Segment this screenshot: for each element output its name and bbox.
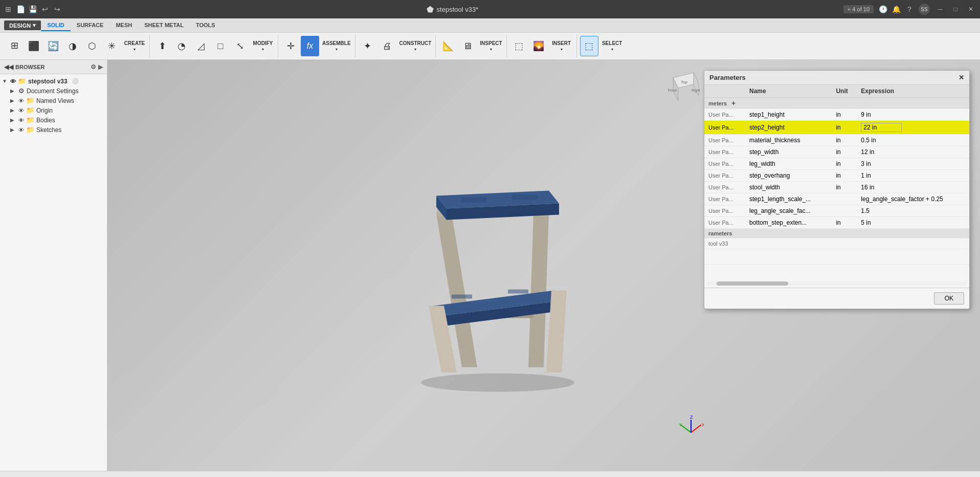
section-label-rameters: rameters <box>704 229 969 238</box>
params-table: Name Unit Expression meters + <box>704 85 969 279</box>
notification-icon[interactable]: 🔔 <box>892 5 900 13</box>
params-scrollbar-thumb[interactable] <box>717 281 788 286</box>
title-bar-center: ⬟ stepstool v33* <box>427 5 479 14</box>
col-header-expression: Expression <box>857 85 969 98</box>
tab-mesh[interactable]: MESH <box>109 20 138 31</box>
param-name-material-thickness: material_thickness <box>745 135 832 146</box>
print-button[interactable]: 🖨 <box>378 36 396 56</box>
measure-button[interactable]: 📐 <box>439 36 457 56</box>
fillet-button[interactable]: ◔ <box>172 36 191 56</box>
chamfer-button[interactable]: ◿ <box>192 36 210 56</box>
create-label: CREATE <box>124 40 145 46</box>
top-notch-2 <box>512 194 538 200</box>
revolve-icon: 🔄 <box>48 41 59 51</box>
param-unit-step-width: in <box>832 146 857 158</box>
rib-button[interactable]: ✳ <box>102 36 121 56</box>
save-icon[interactable]: 💾 <box>29 5 37 13</box>
tree-item-root[interactable]: ▼ 👁 📁 stepstool v33 ⚪ <box>0 76 107 86</box>
fx-button[interactable]: fx <box>301 36 319 56</box>
tree-eye-icon: 👁 <box>10 78 16 84</box>
user-avatar[interactable]: SS <box>919 4 930 15</box>
tab-solid[interactable]: SOLID <box>41 20 71 31</box>
tree-item-named-views[interactable]: ▶ 👁 📁 Named Views <box>0 96 107 105</box>
param-row-leg-angle-scale[interactable]: User Pa... leg_angle_scale_fac... 1.5 <box>704 205 969 217</box>
design-button[interactable]: DESIGN ▾ <box>4 20 41 30</box>
sidebar-collapse-icon[interactable]: ◀◀ <box>4 63 13 71</box>
param-scope-step2-height: User Pa... <box>704 121 745 135</box>
new-component-icon: ⊞ <box>11 41 18 50</box>
param-row-step2-height[interactable]: User Pa... step2_height in <box>704 121 969 135</box>
inspect-label: INSPECT <box>480 40 502 46</box>
help-icon[interactable]: ? <box>905 5 914 13</box>
new-component-button[interactable]: ⊞ <box>5 36 24 56</box>
viewport[interactable]: Top Right Front X Y Z Parameters ✕ <box>107 60 980 471</box>
ok-button[interactable]: OK <box>934 292 964 305</box>
revolve-button[interactable]: 🔄 <box>44 36 62 56</box>
display-button[interactable]: 🖥 <box>458 36 477 56</box>
tree-folder-nv-icon: 📁 <box>26 97 34 104</box>
redo-icon[interactable]: ↪ <box>53 5 61 13</box>
clock-icon[interactable]: 🕐 <box>879 5 887 13</box>
scale-icon: ⤡ <box>236 41 244 51</box>
param-expr-step-width: 12 in <box>857 146 969 158</box>
app-logo-icon: ⬟ <box>427 5 434 14</box>
tree-arrow-sketches: ▶ <box>10 127 16 133</box>
browser-tree: ▼ 👁 📁 stepstool v33 ⚪ ▶ ⚙ Document Setti… <box>0 74 107 471</box>
select-button[interactable]: ⬚ <box>580 36 598 56</box>
axis-indicator: X Y Z <box>678 415 704 440</box>
sweep-button[interactable]: ◑ <box>63 36 82 56</box>
close-button[interactable]: ✕ <box>966 4 976 14</box>
tab-surface[interactable]: SURFACE <box>71 20 110 31</box>
params-horizontal-scrollbar[interactable] <box>706 281 967 286</box>
tree-label-root: stepstool v33 <box>28 78 68 85</box>
shell-button[interactable]: □ <box>211 36 230 56</box>
param-expr-input-step2-height[interactable] <box>861 123 902 132</box>
new-file-icon[interactable]: 📄 <box>16 5 25 13</box>
press-pull-button[interactable]: ⬆ <box>153 36 171 56</box>
sidebar-expand-icon[interactable]: ▶ <box>98 63 103 71</box>
param-expr-step2-height[interactable] <box>857 121 969 135</box>
param-scope-leg-angle-scale: User Pa... <box>704 205 745 217</box>
tree-arrow-root: ▼ <box>2 78 8 84</box>
top-notch-1 <box>461 197 486 202</box>
sunburst-button[interactable]: ✦ <box>359 36 377 56</box>
move-button[interactable]: ✛ <box>281 36 300 56</box>
param-name-stool-width: stool_width <box>745 182 832 193</box>
section-add-icon[interactable]: + <box>731 99 736 107</box>
param-row-step-width[interactable]: User Pa... step_width in 12 in <box>704 146 969 158</box>
param-row-material-thickness[interactable]: User Pa... material_thickness in 0.5 in <box>704 135 969 146</box>
param-scope-material-thickness: User Pa... <box>704 135 745 146</box>
param-row-tool-v33[interactable]: tool v33 <box>704 238 969 249</box>
view-cube[interactable]: Top Right Front <box>663 65 699 101</box>
scale-button[interactable]: ⤡ <box>231 36 249 56</box>
param-row-step-overhang[interactable]: User Pa... step_overhang in 1 in <box>704 170 969 182</box>
chamfer-icon: ◿ <box>197 41 205 51</box>
tree-item-sketches[interactable]: ▶ 👁 📁 Sketches <box>0 125 107 135</box>
assemble-group-label: ASSEMBLE ▾ <box>320 36 353 56</box>
insert-canvas-button[interactable]: 🌄 <box>529 36 548 56</box>
tree-item-bodies[interactable]: ▶ 👁 📁 Bodies <box>0 115 107 125</box>
extrude-button[interactable]: ⬛ <box>25 36 43 56</box>
insert-svg-button[interactable]: ⬚ <box>510 36 528 56</box>
param-scope-step-overhang: User Pa... <box>704 170 745 182</box>
tree-folder-bodies-icon: 📁 <box>26 116 34 124</box>
undo-icon[interactable]: ↩ <box>41 5 49 13</box>
params-table-body: meters + User Pa... step1_height in 9 in <box>704 98 969 280</box>
maximize-button[interactable]: □ <box>950 4 961 14</box>
param-row-step1-height[interactable]: User Pa... step1_height in 9 in <box>704 109 969 121</box>
tab-sheet-metal[interactable]: SHEET METAL <box>138 20 190 31</box>
params-close-button[interactable]: ✕ <box>959 74 964 81</box>
tree-item-origin[interactable]: ▶ 👁 📁 Origin <box>0 105 107 115</box>
tree-item-document-settings[interactable]: ▶ ⚙ Document Settings <box>0 86 107 96</box>
param-row-bottom-step-exten[interactable]: User Pa... bottom_step_exten... in 5 in <box>704 217 969 229</box>
sidebar-settings-icon[interactable]: ⚙ <box>91 63 96 71</box>
param-row-step1-length-scale[interactable]: User Pa... step1_length_scale_... leg_an… <box>704 193 969 205</box>
minimize-button[interactable]: ─ <box>935 4 945 14</box>
param-row-stool-width[interactable]: User Pa... stool_width in 16 in <box>704 182 969 193</box>
app-menu-icon[interactable]: ⊞ <box>4 5 12 13</box>
tab-tools[interactable]: TOOLS <box>190 20 221 31</box>
param-row-leg-width[interactable]: User Pa... leg_width in 3 in <box>704 158 969 170</box>
cube-top-label: Top <box>681 80 687 84</box>
params-scroll-area[interactable]: Name Unit Expression meters + <box>704 85 969 279</box>
loft-button[interactable]: ⬡ <box>83 36 101 56</box>
